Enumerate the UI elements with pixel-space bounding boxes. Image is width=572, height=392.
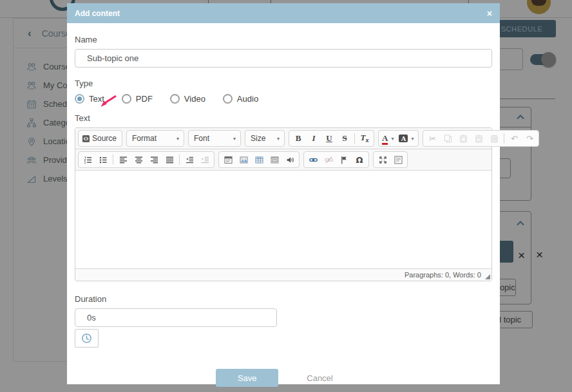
toolbar-group: Size▾ <box>245 130 285 147</box>
cancel-button[interactable]: Cancel <box>307 373 332 383</box>
background-color-icon: A <box>399 134 408 143</box>
page: ‹ Courses Courses My Courses Schedule <box>0 0 572 392</box>
insert-image-button[interactable] <box>236 153 251 167</box>
toolbar-separator <box>504 133 504 144</box>
dropdown-caret-icon: ▾ <box>230 136 237 142</box>
insert-audio-icon <box>286 156 294 164</box>
maximize-icon <box>379 156 387 164</box>
indent-button <box>197 153 213 167</box>
strikethrough-button[interactable]: S <box>337 131 352 145</box>
text-color-icon: A <box>382 134 388 143</box>
radio-button-icon[interactable] <box>223 94 233 104</box>
radio-button-icon[interactable] <box>170 94 180 104</box>
cut-icon: ✂ <box>429 134 436 144</box>
align-left-icon <box>119 156 128 164</box>
outdent-button[interactable] <box>182 153 197 167</box>
text-color-button[interactable]: A▾ <box>380 131 397 145</box>
save-button[interactable]: Save <box>216 369 278 387</box>
paste-from-word-button: W <box>486 131 502 145</box>
underline-button[interactable]: U <box>321 131 337 145</box>
insert-audio-button[interactable] <box>282 153 298 167</box>
unlink-icon <box>325 156 333 164</box>
copy-button <box>440 131 455 145</box>
unlink-button <box>321 153 336 167</box>
align-center-button[interactable] <box>131 153 146 167</box>
dropdown-caret-icon: ▾ <box>173 136 180 142</box>
link-icon <box>309 156 318 164</box>
editor-status-bar: Paragraphs: 0, Words: 0 <box>75 268 491 281</box>
paste-plain-text-button: T <box>471 131 486 145</box>
align-center-icon <box>135 156 143 164</box>
size-dropdown-label: Size <box>249 134 267 143</box>
text-label: Text <box>75 113 492 123</box>
insert-iframe-button[interactable] <box>267 153 282 167</box>
dropdown-caret-icon: ▾ <box>408 136 415 142</box>
align-justify-button[interactable] <box>162 153 177 167</box>
toolbar-group: BIUSTx <box>289 130 374 147</box>
indent-icon <box>201 156 209 164</box>
close-icon[interactable]: × <box>487 9 492 18</box>
font-dropdown-label: Font <box>192 134 211 143</box>
show-blocks-icon <box>394 156 403 164</box>
name-input[interactable] <box>75 49 492 68</box>
radio-option-label: Audio <box>237 94 258 104</box>
clock-icon <box>81 333 92 344</box>
size-dropdown-button[interactable]: Size▾ <box>247 131 283 145</box>
type-radio-option[interactable]: PDF <box>122 94 153 104</box>
dropdown-caret-icon: ▾ <box>388 136 395 142</box>
align-right-button[interactable] <box>146 153 162 167</box>
toolbar-group: Font▾ <box>188 130 241 147</box>
anchor-button[interactable] <box>336 153 352 167</box>
editor-content-area[interactable] <box>75 171 491 268</box>
special-character-icon: Ω <box>356 155 363 165</box>
duration-input[interactable] <box>75 308 277 327</box>
format-dropdown-label: Format <box>130 134 158 143</box>
insert-iframe-icon <box>271 156 279 164</box>
toolbar-group <box>218 151 300 168</box>
numbered-list-icon <box>84 156 92 164</box>
radio-option-label: Video <box>184 94 205 104</box>
duration-label: Duration <box>75 294 492 304</box>
type-radio-option[interactable]: Audio <box>223 94 258 104</box>
modal-title: Add content <box>75 9 120 18</box>
modal-body: Name Type Text PDF <box>67 23 500 387</box>
paste-from-word-icon: W <box>490 135 499 143</box>
paste-icon <box>459 135 468 143</box>
remove-format-button[interactable]: Tx <box>357 131 372 145</box>
maximize-button[interactable] <box>375 153 390 167</box>
format-dropdown-button[interactable]: Format▾ <box>128 131 182 145</box>
svg-text:T: T <box>478 137 481 141</box>
insert-table-button[interactable] <box>251 153 267 167</box>
numbered-list-button[interactable] <box>80 153 95 167</box>
align-left-button[interactable] <box>115 153 131 167</box>
toolbar-group: A▾A▾ <box>378 130 419 147</box>
resize-grip[interactable] <box>485 274 490 279</box>
font-dropdown-button[interactable]: Font▾ <box>190 131 239 145</box>
remove-format-icon: Tx <box>361 133 369 144</box>
type-radio-option[interactable]: Video <box>170 94 205 104</box>
toolbar-group <box>373 151 408 168</box>
radio-option-label: PDF <box>136 94 153 104</box>
radio-button-icon[interactable] <box>122 94 131 104</box>
toolbar-separator <box>113 154 113 165</box>
insert-template-button[interactable] <box>220 153 236 167</box>
source-button[interactable]: Source <box>80 131 120 145</box>
svg-text:W: W <box>493 137 497 141</box>
strikethrough-icon: S <box>342 133 347 144</box>
italic-button[interactable]: I <box>306 131 321 145</box>
italic-icon: I <box>312 133 316 144</box>
bulleted-list-button[interactable] <box>95 153 111 167</box>
bold-button[interactable]: B <box>291 131 306 145</box>
undo-button: ↶ <box>506 131 522 145</box>
duration-picker-button[interactable] <box>75 329 99 348</box>
name-label: Name <box>75 35 492 44</box>
toolbar-group: Ω <box>303 151 369 168</box>
annotation-arrow-icon <box>100 95 117 108</box>
radio-button-icon[interactable] <box>75 94 84 104</box>
copy-icon <box>444 135 452 143</box>
show-blocks-button[interactable] <box>390 153 406 167</box>
special-character-button[interactable]: Ω <box>352 153 367 167</box>
redo-icon: ↷ <box>526 134 533 144</box>
background-color-button[interactable]: A▾ <box>397 131 417 145</box>
link-button[interactable] <box>305 153 321 167</box>
